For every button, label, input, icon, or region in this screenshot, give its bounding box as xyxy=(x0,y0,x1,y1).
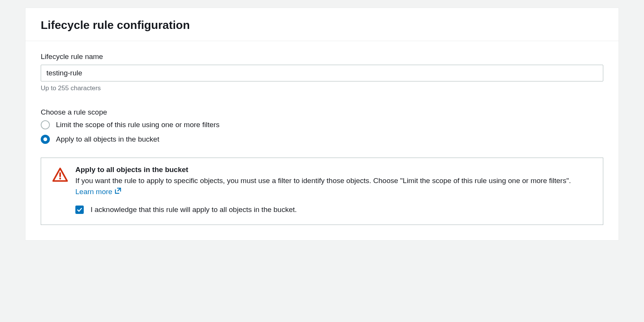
rule-scope-section: Choose a rule scope Limit the scope of t… xyxy=(41,108,603,225)
scope-radio-group: Limit the scope of this rule using one o… xyxy=(41,120,603,144)
radio-unchecked-icon xyxy=(41,120,50,129)
scope-radio-limit-label: Limit the scope of this rule using one o… xyxy=(56,121,220,129)
acknowledge-checkbox[interactable] xyxy=(75,206,84,214)
rule-name-label: Lifecycle rule name xyxy=(41,53,603,61)
warning-body-text: If you want the rule to apply to specifi… xyxy=(75,177,571,185)
warning-text: If you want the rule to apply to specifi… xyxy=(75,175,592,197)
panel-body: Lifecycle rule name Up to 255 characters… xyxy=(26,41,618,240)
check-icon xyxy=(77,207,83,213)
acknowledge-row: I acknowledge that this rule will apply … xyxy=(75,206,592,214)
lifecycle-config-panel: Lifecycle rule configuration Lifecycle r… xyxy=(25,8,619,241)
rule-name-help: Up to 255 characters xyxy=(41,84,603,92)
learn-more-link[interactable]: Learn more xyxy=(75,187,121,198)
warning-box: Apply to all objects in the bucket If yo… xyxy=(41,158,603,225)
scope-radio-all-label: Apply to all objects in the bucket xyxy=(56,135,159,143)
rule-scope-label: Choose a rule scope xyxy=(41,108,603,116)
learn-more-label: Learn more xyxy=(75,187,112,198)
warning-content: Apply to all objects in the bucket If yo… xyxy=(75,166,592,214)
radio-checked-icon xyxy=(41,135,50,144)
warning-icon xyxy=(52,166,69,185)
rule-name-input[interactable] xyxy=(41,65,603,81)
scope-radio-all[interactable]: Apply to all objects in the bucket xyxy=(41,135,603,144)
svg-point-1 xyxy=(59,178,61,180)
rule-name-section: Lifecycle rule name Up to 255 characters xyxy=(41,53,603,92)
external-link-icon xyxy=(115,187,121,198)
page-title: Lifecycle rule configuration xyxy=(41,19,603,32)
acknowledge-label: I acknowledge that this rule will apply … xyxy=(91,206,297,214)
scope-radio-limit[interactable]: Limit the scope of this rule using one o… xyxy=(41,120,603,129)
panel-header: Lifecycle rule configuration xyxy=(26,8,618,41)
warning-title: Apply to all objects in the bucket xyxy=(75,166,592,174)
